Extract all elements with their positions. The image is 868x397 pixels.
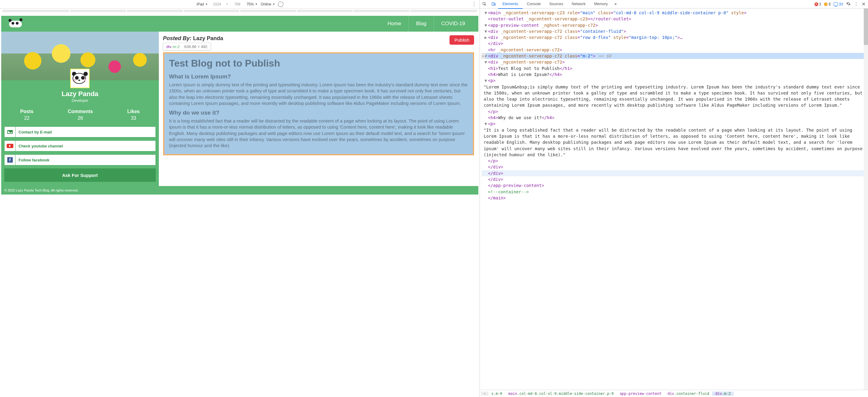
emulated-site: Home Blog COVID-19 (1, 16, 478, 195)
contact-email-button[interactable]: Contact by E-mail (4, 126, 156, 137)
stat-posts-label: Posts (20, 109, 34, 114)
tab-overflow[interactable]: » (612, 0, 619, 9)
dom-row[interactable]: ▼<app-preview-content _nghost-serverapp-… (482, 22, 868, 28)
rotate-icon[interactable] (278, 1, 284, 7)
svg-rect-1 (492, 3, 494, 5)
devtools-tabs: Elements Console Sources Network Memory … (498, 0, 619, 9)
breadcrumb-item[interactable]: div.container-fluid (664, 392, 712, 396)
page-stage: Home Blog COVID-19 (0, 8, 479, 397)
panda-face-icon (72, 72, 87, 85)
dom-row[interactable]: <hr _ngcontent-serverapp-c72> (482, 47, 868, 53)
chevron-down-icon: ▼ (272, 3, 275, 6)
tab-console[interactable]: Console (523, 0, 545, 9)
tab-memory[interactable]: Memory (590, 0, 612, 9)
stat-likes-value: 33 (127, 115, 140, 121)
cover-image (1, 32, 159, 80)
dom-row[interactable]: </div> (482, 176, 868, 182)
close-icon[interactable]: ✕ (862, 1, 866, 7)
profile-sidebar: Lazy Panda Developer Posts22 Comments26 … (1, 32, 159, 186)
device-name: iPad (196, 2, 204, 6)
breadcrumb-overflow[interactable]: ⋯ (481, 392, 488, 396)
dom-tree[interactable]: ▼<main _ngcontent-serverapp-c23 role="ma… (480, 8, 868, 390)
nav-covid[interactable]: COVID-19 (434, 16, 472, 32)
warning-count[interactable]: !6 (824, 2, 831, 6)
breakpoint-ruler (1, 8, 479, 13)
device-viewport-pane: iPad ▼ 1024 × 768 75% ▼ Online ▼ ⋮ (0, 0, 480, 397)
dom-row[interactable]: </p> (482, 109, 868, 115)
dom-row[interactable]: <router-outlet _ngcontent-serverapp-c23>… (482, 16, 868, 22)
dom-row[interactable]: ▼<div _ngcontent-serverapp-c72 class="co… (482, 28, 868, 34)
device-width-input[interactable]: 1024 (211, 2, 223, 6)
publish-button[interactable]: Publish (450, 35, 474, 45)
posted-by: Posted By: Lazy Panda (163, 35, 223, 41)
dom-row[interactable]: <h4>What is Lorem Ipsum?</h4> (482, 72, 868, 78)
main-nav: Home Blog COVID-19 (380, 16, 472, 32)
dom-row[interactable]: </p> (482, 158, 868, 164)
devtools-toolbar: Elements Console Sources Network Memory … (480, 0, 868, 8)
dom-row[interactable]: </main> (482, 195, 868, 201)
breadcrumb-item[interactable]: main.col-md-8.col-xl-9.middle-side-conta… (505, 392, 617, 396)
dom-row[interactable]: </div> (482, 170, 868, 176)
profile-name: Lazy Panda (4, 90, 156, 98)
dom-row[interactable]: ▶<div _ngcontent-serverapp-c72 class="ro… (482, 34, 868, 40)
device-select[interactable]: iPad ▼ (196, 2, 208, 6)
scrollbar-thumb[interactable] (864, 8, 868, 45)
dom-row[interactable]: ▼<main _ngcontent-serverapp-c23 role="ma… (482, 10, 868, 16)
breadcrumb-item-active[interactable]: div.m-2 (712, 392, 734, 396)
chevron-down-icon: ▼ (255, 3, 257, 6)
dom-row[interactable]: ▼<p> (482, 121, 868, 127)
chevron-down-icon: ▼ (205, 3, 208, 6)
dom-row[interactable]: ▼<div _ngcontent-serverapp-c72> (482, 59, 868, 65)
message-count[interactable]: 33 (834, 2, 843, 6)
dom-row[interactable]: </app-preview-content> (482, 182, 868, 189)
dom-row[interactable]: <!--container--> (482, 189, 868, 195)
article-p-2: It is a long established fact that a rea… (169, 118, 468, 149)
tooltip-class: .m-2 (172, 45, 180, 49)
tooltip-tag: div (166, 45, 172, 49)
nav-home[interactable]: Home (380, 16, 409, 32)
posted-by-label: Posted By: (163, 35, 192, 41)
gear-icon[interactable] (846, 2, 851, 7)
dom-row[interactable]: </div> (482, 164, 868, 170)
message-icon (834, 2, 838, 6)
dom-row[interactable]: "It is a long established fact that a re… (482, 127, 868, 158)
contact-email-label: Contact by E-mail (16, 130, 52, 134)
panda-logo-icon[interactable] (7, 19, 24, 29)
nav-blog[interactable]: Blog (409, 16, 434, 32)
dom-row[interactable]: <h4>Why do we use it?</h4> (482, 115, 868, 121)
device-height-input[interactable]: 768 (231, 2, 243, 6)
dimension-separator: × (226, 2, 228, 6)
scrollbar[interactable] (864, 8, 868, 390)
device-toolbar: iPad ▼ 1024 × 768 75% ▼ Online ▼ ⋮ (0, 0, 479, 8)
breadcrumb-item[interactable]: app-preview-content (617, 392, 664, 396)
kebab-menu-icon[interactable]: ⋮ (472, 1, 476, 7)
youtube-button[interactable]: Check youtube channel (4, 140, 156, 151)
devtools-panel: Elements Console Sources Network Memory … (480, 0, 868, 397)
dom-row[interactable]: ▼<p> (482, 78, 868, 84)
ask-support-button[interactable]: Ask For Support (4, 168, 156, 182)
toggle-device-icon[interactable] (489, 0, 498, 8)
article-h4-1: What is Lorem Ipsum? (169, 73, 468, 80)
post-content: Posted By: Lazy Panda div.m-2 636.66 × 4… (159, 32, 478, 186)
highlighted-article: Test Blog not to Publish What is Lorem I… (163, 52, 474, 155)
site-header: Home Blog COVID-19 (1, 16, 478, 32)
breadcrumb-item[interactable]: s.m-0 (488, 392, 505, 396)
tab-network[interactable]: Network (567, 0, 590, 9)
svg-rect-2 (494, 3, 495, 5)
tab-elements[interactable]: Elements (498, 0, 522, 9)
stat-comments-label: Comments (68, 109, 93, 114)
facebook-button[interactable]: f Follow facebook (4, 154, 156, 165)
dom-row[interactable]: </div> (482, 40, 868, 47)
dom-row-selected[interactable]: ▼<div _ngcontent-serverapp-c72 class="m-… (482, 53, 868, 59)
kebab-icon[interactable]: ⋮ (854, 1, 859, 7)
youtube-label: Check youtube channel (16, 144, 63, 148)
error-count[interactable]: ✕3 (814, 2, 821, 6)
facebook-label: Follow facebook (16, 158, 50, 162)
dom-row[interactable]: "Lorem Ipsum&nbsp;is simply dummy text o… (482, 84, 868, 109)
tab-sources[interactable]: Sources (545, 0, 567, 9)
zoom-select[interactable]: 75% ▼ (246, 2, 257, 6)
tooltip-dims: 636.66 × 492 (184, 45, 208, 49)
throttle-select[interactable]: Online ▼ (260, 2, 275, 6)
inspect-element-icon[interactable] (480, 0, 489, 8)
dom-row[interactable]: <h1>Test Blog not to Publish</h1> (482, 65, 868, 72)
